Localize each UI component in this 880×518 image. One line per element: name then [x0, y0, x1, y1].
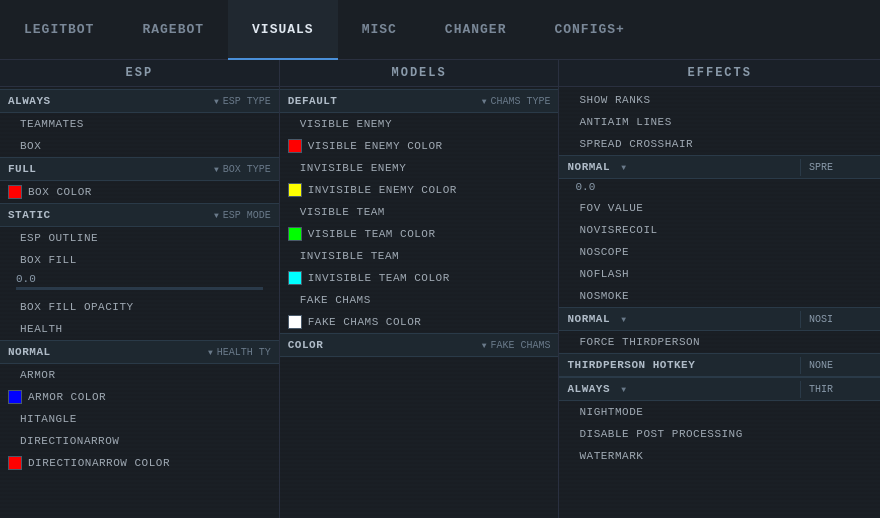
- default-arrow-icon: ▼: [482, 97, 487, 106]
- teammates-label: TEAMMATES: [8, 118, 84, 130]
- always-effects-dropdown[interactable]: ALWAYS ▼: [559, 380, 800, 398]
- visible-team-row: VISIBLE TEAM: [280, 201, 559, 223]
- esp-mode-label: ESP MODE: [223, 210, 271, 221]
- health-label: HEALTH: [8, 323, 63, 335]
- normal-health-arrow-icon: ▼: [208, 348, 213, 357]
- invisible-enemy-label: INVISIBLE ENEMY: [288, 162, 407, 174]
- models-panel: MODELS DEFAULT ▼ CHAMS TYPE VISIBLE ENEM…: [280, 60, 560, 518]
- box-fill-label: BOX FILL: [8, 254, 77, 266]
- default-dropdown[interactable]: DEFAULT ▼ CHAMS TYPE: [280, 89, 559, 113]
- watermark-row: WATERMARK: [559, 445, 880, 467]
- nightmode-row: NIGHTMODE: [559, 401, 880, 423]
- tab-ragebot[interactable]: RAGEBOT: [118, 0, 228, 60]
- box-color-swatch[interactable]: [8, 185, 22, 199]
- spread-crosshair-row: SPREAD CROSSHAIR: [559, 133, 880, 155]
- directionarrow-color-swatch[interactable]: [8, 456, 22, 470]
- fov-value-display: 0.0: [567, 181, 872, 193]
- always-label: ALWAYS: [8, 95, 214, 107]
- esp-content: ALWAYS ▼ ESP TYPE TEAMMATES BOX FULL ▼ B…: [0, 87, 279, 518]
- esp-panel: ESP ALWAYS ▼ ESP TYPE TEAMMATES BOX FULL…: [0, 60, 280, 518]
- box-fill-opacity-row: BOX FILL OPACITY: [0, 296, 279, 318]
- force-thirdperson-label: FORCE THIRDPERSON: [567, 336, 700, 348]
- fake-chams-color-swatch[interactable]: [288, 315, 302, 329]
- antiaim-lines-label: ANTIAIM LINES: [567, 116, 671, 128]
- tab-visuals[interactable]: VISUALS: [228, 0, 338, 60]
- nightmode-label: NIGHTMODE: [567, 406, 643, 418]
- invisible-team-color-swatch[interactable]: [288, 271, 302, 285]
- novisrecoil-label: NOVISRECOIL: [567, 224, 657, 236]
- nosmoke-row: NOSMOKE: [559, 285, 880, 307]
- normal-health-dropdown[interactable]: NORMAL ▼ HEALTH TY: [0, 340, 279, 364]
- visible-team-color-swatch[interactable]: [288, 227, 302, 241]
- invisible-enemy-row: INVISIBLE ENEMY: [280, 157, 559, 179]
- visible-team-label: VISIBLE TEAM: [288, 206, 385, 218]
- color-arrow-icon: ▼: [482, 341, 487, 350]
- visible-enemy-color-row: VISIBLE ENEMY COLOR: [280, 135, 559, 157]
- normal-label: NORMAL: [567, 161, 610, 173]
- invisible-enemy-color-swatch[interactable]: [288, 183, 302, 197]
- directionarrow-color-label: DIRECTIONARROW COLOR: [28, 457, 170, 469]
- box-fill-row: BOX FILL: [0, 249, 279, 271]
- invisible-enemy-color-label: INVISIBLE ENEMY COLOR: [308, 184, 457, 196]
- visible-enemy-color-label: VISIBLE ENEMY COLOR: [308, 140, 443, 152]
- normal-spread-dropdown[interactable]: NORMAL ▼: [559, 158, 800, 176]
- always-row: ALWAYS ▼ THIR: [559, 377, 880, 401]
- force-thirdperson-row: FORCE THIRDPERSON: [559, 331, 880, 353]
- health-ty-label: HEALTH TY: [217, 347, 271, 358]
- effects-content: SHOW RANKS ANTIAIM LINES SPREAD CROSSHAI…: [559, 87, 880, 518]
- esp-outline-label: ESP OUTLINE: [8, 232, 98, 244]
- novisrecoil-row: NOVISRECOIL: [559, 219, 880, 241]
- tab-configs[interactable]: CONFIGS+: [530, 0, 648, 60]
- normal-arrow-icon: ▼: [621, 163, 626, 172]
- tab-misc[interactable]: MISC: [338, 0, 421, 60]
- fov-value-label: FOV VALUE: [567, 202, 643, 214]
- show-ranks-label: SHOW RANKS: [567, 94, 650, 106]
- invisible-team-color-label: INVISIBLE TEAM COLOR: [308, 272, 450, 284]
- thirdperson-hotkey-row: THIRDPERSON HOTKEY NONE: [559, 353, 880, 377]
- static-dropdown[interactable]: STATIC ▼ ESP MODE: [0, 203, 279, 227]
- esp-header: ESP: [0, 60, 279, 87]
- esp-outline-row: ESP OUTLINE: [0, 227, 279, 249]
- tab-legitbot[interactable]: LEGITBOT: [0, 0, 118, 60]
- always-effects-label: ALWAYS: [567, 383, 610, 395]
- full-dropdown[interactable]: FULL ▼ BOX TYPE: [0, 157, 279, 181]
- normal2-dropdown[interactable]: NORMAL ▼: [559, 310, 800, 328]
- normal2-row: NORMAL ▼ NOSI: [559, 307, 880, 331]
- antiaim-lines-row: ANTIAIM LINES: [559, 111, 880, 133]
- noscope-label: NOSCOPE: [567, 246, 629, 258]
- spread-crosshair-label: SPREAD CROSSHAIR: [567, 138, 693, 150]
- tab-changer[interactable]: CHANGER: [421, 0, 531, 60]
- directionarrow-label: DIRECTIONARROW: [8, 435, 119, 447]
- noflash-row: NOFLASH: [559, 263, 880, 285]
- esp-type-label: ESP TYPE: [223, 96, 271, 107]
- color-dropdown[interactable]: COLOR ▼ FAKE CHAMS: [280, 333, 559, 357]
- spread-label: SPRE: [800, 159, 880, 176]
- directionarrow-color-row: DIRECTIONARROW COLOR: [0, 452, 279, 474]
- slider-track[interactable]: [16, 287, 263, 290]
- armor-color-row: ARMOR COLOR: [0, 386, 279, 408]
- visible-team-color-row: VISIBLE TEAM COLOR: [280, 223, 559, 245]
- watermark-label: WATERMARK: [567, 450, 643, 462]
- models-content: DEFAULT ▼ CHAMS TYPE VISIBLE ENEMY VISIB…: [280, 87, 559, 518]
- normal-health-label: NORMAL: [8, 346, 208, 358]
- visible-enemy-color-swatch[interactable]: [288, 139, 302, 153]
- always-dropdown[interactable]: ALWAYS ▼ ESP TYPE: [0, 89, 279, 113]
- none-label: NONE: [800, 357, 880, 374]
- slider-value: 0.0: [8, 273, 271, 285]
- nosi-label: NOSI: [800, 311, 880, 328]
- box-color-label: BOX COLOR: [28, 186, 92, 198]
- normal2-label: NORMAL: [567, 313, 610, 325]
- directionarrow-row: DIRECTIONARROW: [0, 430, 279, 452]
- thir-label: THIR: [800, 381, 880, 398]
- fov-value-slider[interactable]: 0.0: [559, 179, 880, 197]
- box-type-label: BOX TYPE: [223, 164, 271, 175]
- invisible-team-color-row: INVISIBLE TEAM COLOR: [280, 267, 559, 289]
- box-fill-slider[interactable]: 0.0: [0, 271, 279, 296]
- invisible-team-row: INVISIBLE TEAM: [280, 245, 559, 267]
- nav-bar: LEGITBOT RAGEBOT VISUALS MISC CHANGER CO…: [0, 0, 880, 60]
- visible-enemy-row: VISIBLE ENEMY: [280, 113, 559, 135]
- models-header: MODELS: [280, 60, 559, 87]
- nosmoke-label: NOSMOKE: [567, 290, 629, 302]
- armor-color-swatch[interactable]: [8, 390, 22, 404]
- normal-spread-row: NORMAL ▼ SPRE: [559, 155, 880, 179]
